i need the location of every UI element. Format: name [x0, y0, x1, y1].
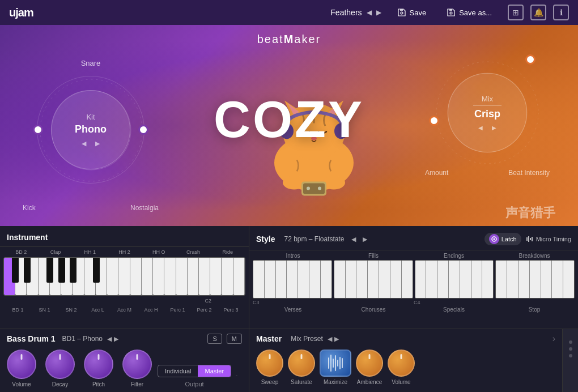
mini-kb-intros[interactable]: [253, 260, 332, 299]
kit-knob-dot-left: [33, 125, 43, 135]
preset-next-btn[interactable]: ▶: [376, 8, 381, 16]
bpm-display: 72 bpm – Floatstate: [284, 235, 344, 243]
mkw-e5[interactable]: [460, 261, 471, 298]
mkw-3[interactable]: [276, 261, 287, 298]
bk-5[interactable]: [70, 258, 76, 283]
mini-kb-endings[interactable]: [415, 260, 494, 299]
wk-10[interactable]: [107, 258, 118, 295]
mkw-4[interactable]: [287, 261, 298, 298]
save-button[interactable]: Save: [393, 6, 431, 19]
wk-16[interactable]: [176, 258, 188, 295]
volume-knob[interactable]: [7, 350, 36, 379]
mkw-e3[interactable]: [437, 261, 449, 298]
bk-4[interactable]: [58, 258, 65, 283]
mkw-b5[interactable]: [541, 261, 552, 298]
master-volume-knob-item: Volume: [388, 350, 415, 385]
sweep-knob[interactable]: [256, 350, 283, 377]
maximize-knob[interactable]: [320, 350, 351, 377]
mkw-e6[interactable]: [471, 261, 483, 298]
mkw-1[interactable]: [253, 261, 265, 298]
mini-kb-fills[interactable]: [334, 260, 413, 299]
instrument-style-row: Instrument BD 2 Clap HH 1 HH 2 HH O Cras…: [0, 226, 578, 329]
mix-arrows: ◀ ▶: [478, 125, 496, 131]
mkw-7[interactable]: [321, 261, 332, 298]
wk-19[interactable]: [210, 258, 222, 295]
master-volume-knob[interactable]: [388, 350, 415, 377]
expand-button[interactable]: ⊞: [508, 5, 524, 20]
mkw-e4[interactable]: [449, 261, 460, 298]
kit-ring-svg: [37, 76, 145, 184]
mkw-f3[interactable]: [356, 261, 368, 298]
mkw-b2[interactable]: [507, 261, 518, 298]
beat-intensity-label: Beat Intensity: [508, 169, 550, 177]
mute-button[interactable]: M: [227, 334, 242, 344]
mkw-e7[interactable]: [482, 261, 493, 298]
master-title: Master: [256, 334, 282, 343]
filter-knob[interactable]: [122, 350, 152, 379]
im-toggle[interactable]: Individual Master: [158, 365, 231, 377]
pitch-knob[interactable]: [84, 350, 113, 379]
mkw-f4[interactable]: [368, 261, 379, 298]
wk-12[interactable]: [130, 258, 142, 295]
mkw-5[interactable]: [298, 261, 309, 298]
bottom-section: Instrument BD 2 Clap HH 1 HH 2 HH O Cras…: [0, 226, 578, 392]
mix-knob-inner[interactable]: Mix Crisp ◀ ▶: [448, 73, 527, 152]
mix-label: Mix: [482, 95, 493, 103]
mkw-f7[interactable]: [402, 261, 413, 298]
mix-knob-dot-top: [525, 54, 536, 65]
wk-20[interactable]: [222, 258, 233, 295]
wk-11[interactable]: [118, 258, 130, 295]
mkw-b1[interactable]: [496, 261, 507, 298]
style-next-btn[interactable]: ▶: [360, 235, 369, 244]
mix-knob-dot-left: [429, 116, 439, 126]
panel-expand-icon[interactable]: ›: [552, 334, 555, 344]
mkw-f1[interactable]: [334, 261, 346, 298]
kit-knob-ring[interactable]: Kit Phono ◀ ▶: [37, 76, 144, 184]
wk-17[interactable]: [188, 258, 199, 295]
mini-kb-breakdowns[interactable]: [495, 260, 575, 299]
wk-14[interactable]: [153, 258, 164, 295]
master-btn[interactable]: Master: [198, 365, 231, 377]
mkw-b6[interactable]: [552, 261, 563, 298]
individual-btn[interactable]: Individual: [158, 365, 198, 377]
bk-1[interactable]: [12, 258, 19, 283]
wk-18[interactable]: [199, 258, 210, 295]
mkw-e1[interactable]: [415, 261, 427, 298]
decay-knob[interactable]: [45, 350, 75, 379]
bk-6[interactable]: [93, 258, 100, 283]
mkw-2[interactable]: [265, 261, 276, 298]
mkw-b4[interactable]: [530, 261, 541, 298]
mix-next-arrow[interactable]: ▶: [492, 125, 496, 131]
mkw-b3[interactable]: [518, 261, 530, 298]
instrument-keyboard[interactable]: C2: [3, 257, 245, 296]
notifications-button[interactable]: 🔔: [530, 5, 546, 20]
mkw-f2[interactable]: [346, 261, 357, 298]
wk-15[interactable]: [164, 258, 176, 295]
wk-21[interactable]: [233, 258, 245, 295]
wk-13[interactable]: [142, 258, 153, 295]
mix-prev-arrow[interactable]: ◀: [478, 125, 483, 131]
master-next-btn[interactable]: ▶: [334, 335, 339, 343]
bd-prev-btn[interactable]: ◀: [107, 335, 112, 343]
micro-timing-button[interactable]: Micro Timing: [526, 235, 571, 243]
bd-preset: BD1 – Phono: [62, 335, 103, 343]
latch-button[interactable]: Latch: [484, 233, 521, 245]
bd-next-btn[interactable]: ▶: [114, 335, 118, 343]
solo-button[interactable]: S: [207, 334, 222, 344]
style-prev-btn[interactable]: ◀: [349, 235, 358, 244]
mkw-b7[interactable]: [563, 261, 574, 298]
mkw-6[interactable]: [309, 261, 321, 298]
mkw-e2[interactable]: [426, 261, 437, 298]
saturate-knob[interactable]: [288, 350, 315, 377]
mkw-f5[interactable]: [379, 261, 390, 298]
svg-point-3: [52, 91, 131, 170]
bk-2[interactable]: [24, 258, 31, 283]
bk-3[interactable]: [46, 258, 53, 283]
ambience-knob[interactable]: [356, 350, 383, 377]
master-prev-btn[interactable]: ◀: [328, 335, 332, 343]
info-button[interactable]: ℹ: [553, 5, 569, 20]
mkw-f6[interactable]: [390, 261, 402, 298]
save-as-button[interactable]: Save as...: [442, 6, 496, 19]
preset-prev-btn[interactable]: ◀: [367, 8, 372, 16]
style-header: Style 72 bpm – Floatstate ◀ ▶ Latch: [249, 231, 578, 250]
